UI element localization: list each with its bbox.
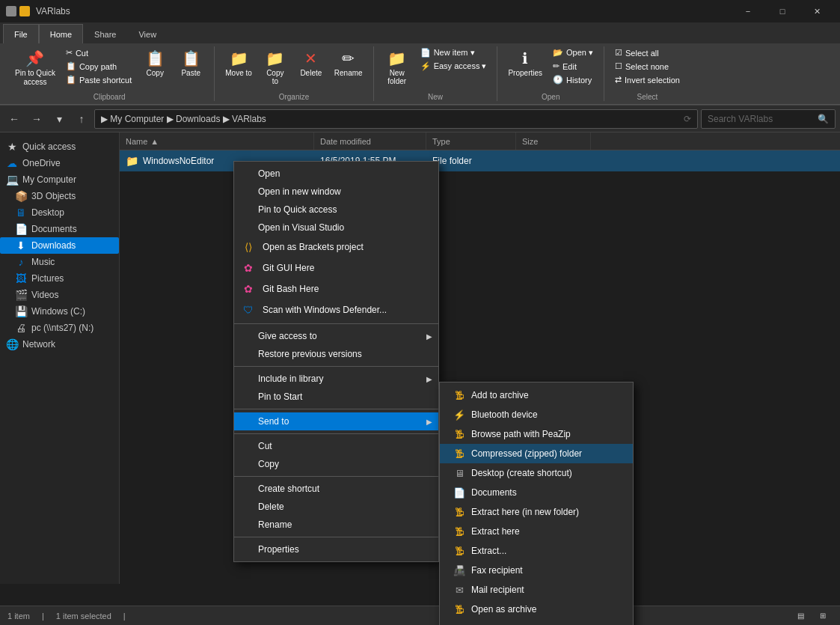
col-type[interactable]: Type [426,132,516,150]
sidebar-item-pc-n[interactable]: 🖨 pc (\\nts27) (N:) [0,320,119,336]
cm-rename[interactable]: Rename [234,516,438,534]
sendto-peazip[interactable]: 🗜 Browse path with PeaZip [440,424,633,444]
status-separator2: | [123,612,126,621]
delete-button[interactable]: ✕ Delete [294,46,328,80]
sendto-extract-here[interactable]: 🗜 Extract here [440,522,633,541]
sidebar-item-desktop[interactable]: 🖥 Desktop [0,204,119,221]
windows-c-label: Windows (C:) [31,306,85,317]
sidebar-item-windows-c[interactable]: 💾 Windows (C:) [0,303,119,320]
sidebar-item-videos[interactable]: 🎬 Videos [0,287,119,303]
close-button[interactable]: ✕ [800,0,834,22]
sendto-compressed-zip[interactable]: 🗜 Compressed (zipped) folder [440,444,633,463]
cm-pin-start[interactable]: Pin to Start [234,388,438,406]
select-label: Select [610,90,684,101]
properties-button[interactable]: ℹ Properties [503,46,547,80]
sidebar-item-documents[interactable]: 📄 Documents [0,221,119,237]
sendto-open-archive[interactable]: 🗜 Open as archive [440,600,633,619]
cm-delete[interactable]: Delete [234,498,438,516]
cm-git-gui[interactable]: ✿ Git GUI Here [234,257,438,278]
sendto-desktop[interactable]: 🖥 Desktop (create shortcut) [440,463,633,483]
cm-create-shortcut[interactable]: Create shortcut [234,480,438,498]
cm-properties[interactable]: Properties [234,540,438,558]
cm-open-new-window[interactable]: Open in new window [234,183,438,201]
cm-sep4 [234,433,438,434]
copy-path-button[interactable]: 📋 Copy path [61,60,136,73]
tab-view[interactable]: View [127,24,168,43]
cm-pin-quick-access[interactable]: Pin to Quick access [234,201,438,219]
table-row[interactable]: 📁 WindowsNoEditor 16/5/2019 1:55 PM File… [120,150,840,171]
sidebar-item-music[interactable]: ♪ Music [0,254,119,270]
open-btn[interactable]: 📂 Open ▾ [548,46,598,59]
back-button[interactable]: ← [4,109,24,129]
select-all-button[interactable]: ☑ Select all [610,46,684,59]
new-item-button[interactable]: 📄 New item ▾ [416,46,491,59]
sendto-bluetooth[interactable]: ⚡ Bluetooth device [440,405,633,424]
onedrive-label: OneDrive [22,158,61,168]
pin-to-quick-button[interactable]: 📌 Pin to Quickaccess [10,46,60,90]
maximize-button[interactable]: □ [765,0,800,22]
sendto-mail[interactable]: ✉ Mail recipient [440,580,633,600]
open-label: Open [503,90,598,101]
sendto-extract-new[interactable]: 🗜 Extract here (in new folder) [440,502,633,522]
paste-button[interactable]: 📋 Paste [174,46,208,80]
sendto-extract[interactable]: 🗜 Extract... [440,541,633,561]
sidebar-item-3d-objects[interactable]: 📦 3D Objects [0,188,119,204]
cm-include-library[interactable]: Include in library [234,370,438,388]
new-folder-button[interactable]: 📁 Newfolder [380,46,414,88]
cm-git-bash[interactable]: ✿ Git Bash Here [234,278,438,299]
large-icons-button[interactable]: ⊞ [813,606,833,626]
minimize-button[interactable]: − [731,0,765,22]
properties-icon: ℹ [522,49,528,67]
details-view-button[interactable]: ▤ [791,606,810,626]
select-none-button[interactable]: ☐ Select none [610,60,684,73]
sendto-documents[interactable]: 📄 Documents [440,483,633,502]
sidebar-item-onedrive[interactable]: ☁ OneDrive [0,155,119,171]
cm-restore-versions[interactable]: Restore previous versions [234,345,438,363]
sendto-submenu: 🗜 Add to archive ⚡ Bluetooth device 🗜 Br… [439,382,634,625]
col-size[interactable]: Size [516,132,591,150]
cm-defender[interactable]: 🛡 Scan with Windows Defender... [234,299,438,320]
sidebar-item-network[interactable]: 🌐 Network [0,336,119,353]
history-btn[interactable]: 🕐 History [548,73,598,86]
cm-open[interactable]: Open [234,165,438,183]
paste-shortcut-button[interactable]: 📋 Paste shortcut [61,73,136,86]
music-icon: ♪ [15,256,27,268]
up-button[interactable]: ↑ [72,109,91,129]
refresh-button[interactable]: ⟳ [684,114,691,124]
window-controls: − □ ✕ [731,0,834,22]
col-name[interactable]: Name ▲ [120,132,314,150]
tab-share[interactable]: Share [83,24,127,43]
invert-selection-button[interactable]: ⇄ Invert selection [610,73,684,86]
sidebar-item-my-computer[interactable]: 💻 My Computer [0,171,119,188]
cm-open-visual-studio[interactable]: Open in Visual Studio [234,219,438,237]
cm-send-to[interactable]: Send to [234,412,438,430]
edit-btn[interactable]: ✏ Edit [548,60,598,73]
cm-open-brackets[interactable]: ⟨⟩ Open as Brackets project [234,237,438,257]
bluetooth-icon: ⚡ [452,409,467,421]
git-bash-icon: ✿ [242,282,255,296]
sendto-test-archive[interactable]: ✓ Test archive(s) [440,619,633,625]
address-bar[interactable]: ▶ My Computer ▶ Downloads ▶ VARlabs ⟳ [94,109,698,129]
cm-copy[interactable]: Copy [234,455,438,473]
sidebar-item-quick-access[interactable]: ★ Quick access [0,138,119,155]
cut-icon: ✂ [66,48,73,58]
rename-button[interactable]: ✏ Rename [330,46,367,80]
cm-give-access[interactable]: Give access to [234,327,438,345]
move-to-button[interactable]: 📁 Move to [221,46,257,80]
cm-cut[interactable]: Cut [234,437,438,455]
tab-home[interactable]: Home [39,24,83,43]
search-bar[interactable]: Search VARlabs 🔍 [701,109,836,129]
cm-sep1 [234,323,438,324]
sidebar-item-downloads[interactable]: ⬇ Downloads [0,237,119,254]
sendto-fax[interactable]: 📠 Fax recipient [440,561,633,580]
cut-button[interactable]: ✂ Cut [61,46,136,59]
easy-access-button[interactable]: ⚡ Easy access ▾ [416,60,491,73]
col-date[interactable]: Date modified [314,132,426,150]
forward-button[interactable]: → [27,109,46,129]
copy-to-button[interactable]: 📁 Copyto [258,46,292,88]
sendto-add-archive[interactable]: 🗜 Add to archive [440,385,633,405]
tab-file[interactable]: File [3,24,39,43]
sidebar-item-pictures[interactable]: 🖼 Pictures [0,270,119,287]
copy-button[interactable]: 📋 Copy [138,46,172,80]
recent-locations-button[interactable]: ▾ [49,109,69,129]
